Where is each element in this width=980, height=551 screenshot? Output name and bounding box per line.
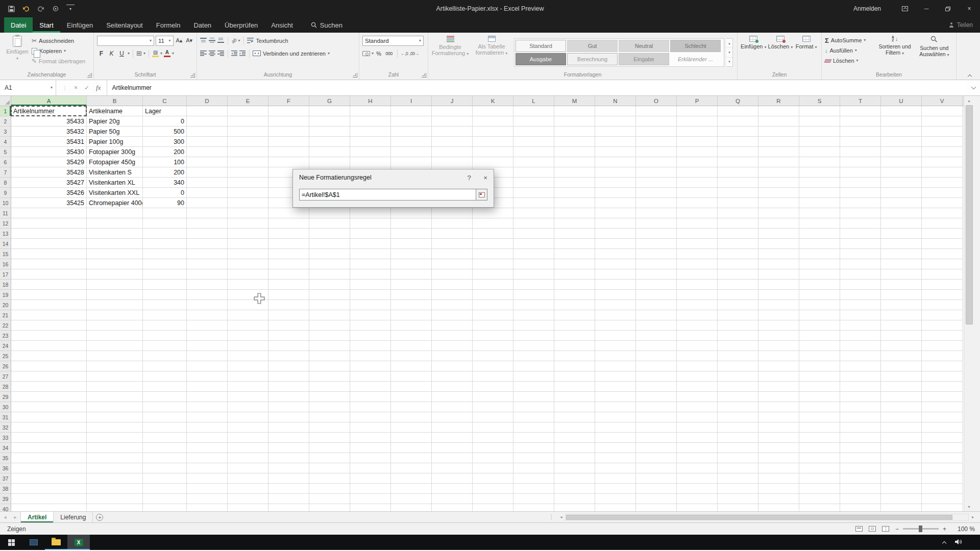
cell-S36[interactable] — [799, 463, 840, 473]
cell-J33[interactable] — [432, 433, 473, 443]
cell-Q28[interactable] — [718, 382, 758, 392]
cell-M9[interactable] — [554, 188, 595, 198]
cell-N12[interactable] — [595, 218, 636, 229]
cell-J3[interactable] — [432, 127, 473, 137]
cell-B18[interactable] — [87, 280, 143, 290]
cell-D38[interactable] — [187, 484, 228, 494]
cell-A10[interactable]: 35425 — [11, 198, 87, 208]
cell-G34[interactable] — [309, 443, 350, 453]
align-top-icon[interactable] — [200, 38, 207, 43]
cell-V35[interactable] — [922, 453, 963, 463]
cell-U39[interactable] — [881, 494, 922, 504]
cell-Q2[interactable] — [718, 116, 758, 127]
cell-R36[interactable] — [758, 463, 799, 473]
cell-H39[interactable] — [350, 494, 391, 504]
cell-I15[interactable] — [391, 249, 432, 259]
shrink-font-icon[interactable]: A▾ — [185, 37, 193, 44]
cell-I4[interactable] — [391, 137, 432, 147]
cell-J18[interactable] — [432, 280, 473, 290]
cell-N17[interactable] — [595, 269, 636, 280]
cell-U38[interactable] — [881, 484, 922, 494]
cell-U11[interactable] — [881, 208, 922, 218]
cell-M39[interactable] — [554, 494, 595, 504]
cell-T22[interactable] — [840, 320, 881, 331]
cell-K21[interactable] — [473, 310, 513, 320]
cell-S7[interactable] — [799, 167, 840, 178]
cell-Q40[interactable] — [718, 504, 758, 511]
cell-D1[interactable] — [187, 106, 228, 116]
cell-G12[interactable] — [309, 218, 350, 229]
cell-F24[interactable] — [268, 341, 309, 351]
cell-R15[interactable] — [758, 249, 799, 259]
cell-M3[interactable] — [554, 127, 595, 137]
cell-O1[interactable] — [636, 106, 677, 116]
cell-C4[interactable]: 300 — [143, 137, 187, 147]
row-header-40[interactable]: 40 — [0, 504, 11, 511]
cell-T3[interactable] — [840, 127, 881, 137]
row-header-14[interactable]: 14 — [0, 239, 11, 249]
cell-I3[interactable] — [391, 127, 432, 137]
cell-H3[interactable] — [350, 127, 391, 137]
cell-A35[interactable] — [11, 453, 87, 463]
row-header-2[interactable]: 2 — [0, 116, 11, 127]
cell-style-1[interactable]: Standard — [516, 40, 566, 52]
cell-B15[interactable] — [87, 249, 143, 259]
conditional-formatting-button[interactable]: Bedingte Formatierung ▾ — [431, 35, 469, 70]
cell-J40[interactable] — [432, 504, 473, 511]
zoom-slider-thumb[interactable] — [919, 525, 922, 532]
cell-T14[interactable] — [840, 239, 881, 249]
cell-K16[interactable] — [473, 259, 513, 269]
cell-U25[interactable] — [881, 351, 922, 361]
cell-L12[interactable] — [513, 218, 554, 229]
cell-D39[interactable] — [187, 494, 228, 504]
cell-S24[interactable] — [799, 341, 840, 351]
cell-B33[interactable] — [87, 433, 143, 443]
cell-G2[interactable] — [309, 116, 350, 127]
cell-B29[interactable] — [87, 392, 143, 402]
cell-M12[interactable] — [554, 218, 595, 229]
cell-A39[interactable] — [11, 494, 87, 504]
cell-A36[interactable] — [11, 463, 87, 473]
cell-K3[interactable] — [473, 127, 513, 137]
cell-E26[interactable] — [228, 361, 268, 371]
cell-O40[interactable] — [636, 504, 677, 511]
cell-B31[interactable] — [87, 412, 143, 422]
cell-H14[interactable] — [350, 239, 391, 249]
cell-D23[interactable] — [187, 331, 228, 341]
clear-button[interactable]: Löschen ▾ — [825, 56, 874, 66]
cell-V36[interactable] — [922, 463, 963, 473]
cell-S1[interactable] — [799, 106, 840, 116]
cell-L14[interactable] — [513, 239, 554, 249]
cell-U5[interactable] — [881, 147, 922, 157]
cell-I26[interactable] — [391, 361, 432, 371]
cell-M1[interactable] — [554, 106, 595, 116]
wrap-text-button[interactable]: Textumbruch — [247, 36, 288, 46]
cell-R5[interactable] — [758, 147, 799, 157]
cell-K25[interactable] — [473, 351, 513, 361]
cell-N8[interactable] — [595, 178, 636, 188]
cell-U27[interactable] — [881, 371, 922, 382]
cell-R8[interactable] — [758, 178, 799, 188]
cell-E16[interactable] — [228, 259, 268, 269]
cell-V5[interactable] — [922, 147, 963, 157]
cell-L5[interactable] — [513, 147, 554, 157]
cell-F33[interactable] — [268, 433, 309, 443]
cell-T1[interactable] — [840, 106, 881, 116]
cell-L26[interactable] — [513, 361, 554, 371]
cell-R13[interactable] — [758, 229, 799, 239]
cell-I28[interactable] — [391, 382, 432, 392]
cell-G36[interactable] — [309, 463, 350, 473]
cell-P34[interactable] — [677, 443, 718, 453]
cell-A25[interactable] — [11, 351, 87, 361]
cell-J6[interactable] — [432, 157, 473, 167]
cell-P35[interactable] — [677, 453, 718, 463]
cell-M8[interactable] — [554, 178, 595, 188]
cell-V8[interactable] — [922, 178, 963, 188]
cell-F2[interactable] — [268, 116, 309, 127]
cell-F6[interactable] — [268, 157, 309, 167]
formula-content[interactable]: Artikelnummer — [107, 80, 967, 95]
cell-E33[interactable] — [228, 433, 268, 443]
cell-P21[interactable] — [677, 310, 718, 320]
cell-F27[interactable] — [268, 371, 309, 382]
cell-Q11[interactable] — [718, 208, 758, 218]
